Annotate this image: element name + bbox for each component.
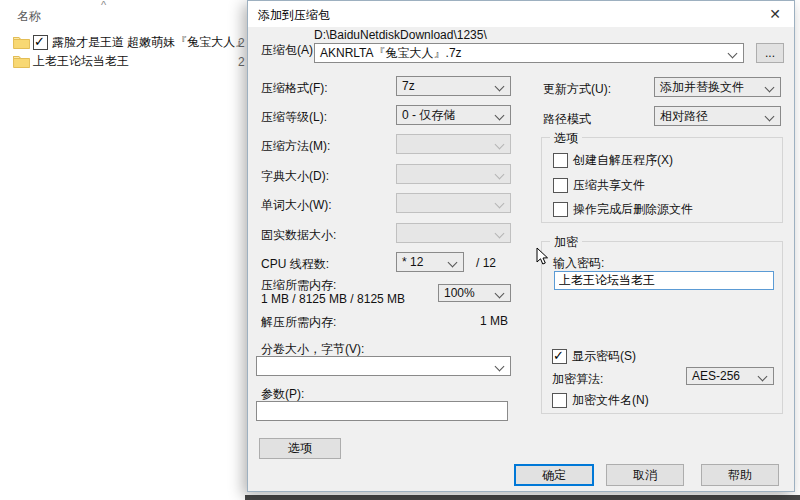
file-name[interactable]: 上老王论坛当老王 [33, 53, 129, 70]
checkbox-icon[interactable] [553, 178, 568, 193]
checkbox-show-password[interactable]: 显示密码(S) [552, 348, 636, 365]
cancel-button[interactable]: 取消 [606, 464, 684, 486]
dialog-titlebar[interactable]: 添加到压缩包 ✕ [248, 1, 794, 27]
add-to-archive-dialog: 添加到压缩包 ✕ 压缩包(A) D:\BaiduNetdiskDownload\… [247, 0, 795, 492]
path-mode-label: 路径模式 [543, 111, 591, 128]
checkbox-label: 创建自解压程序(X) [573, 152, 673, 169]
checkbox-icon[interactable] [552, 349, 567, 364]
date-fragment: 2 [238, 55, 245, 69]
level-value: 0 - 仅存储 [402, 107, 455, 124]
help-button[interactable]: 帮助 [701, 464, 779, 486]
memory-decompress-label: 解压所需内存: [261, 314, 336, 331]
checkbox-label: 加密文件名(N) [572, 392, 649, 409]
word-size-label: 单词大小(W): [261, 197, 332, 214]
file-row[interactable]: 上老王论坛当老王 [13, 52, 129, 70]
chevron-down-icon[interactable] [448, 258, 458, 268]
close-icon[interactable]: ✕ [764, 4, 786, 24]
solid-size-label: 固实数据大小: [261, 227, 336, 244]
solid-size-combobox-disabled [396, 223, 511, 243]
chevron-down-icon[interactable] [758, 372, 768, 382]
sort-ascending-icon[interactable]: ^ [101, 0, 106, 11]
options-group-title: 选项 [550, 130, 582, 147]
checkbox-label: 操作完成后删除源文件 [573, 201, 693, 218]
dialog-title: 添加到压缩包 [258, 7, 330, 24]
method-label: 压缩方法(M): [261, 138, 330, 155]
memory-percent-value: 100% [444, 286, 475, 300]
word-size-combobox-disabled [396, 193, 511, 213]
background-window-edge [245, 495, 800, 500]
checkbox-encrypt-filenames[interactable]: 加密文件名(N) [552, 392, 649, 409]
ok-button[interactable]: 确定 [514, 464, 594, 486]
checkbox-compress-shared[interactable]: 压缩共享文件 [553, 177, 645, 194]
screen: 名称 ^ 露脸才是王道 超嫩萌妹『兔宝大人』... 上老王论坛当老王 2 2 添… [0, 0, 800, 500]
chevron-down-icon[interactable] [495, 82, 505, 92]
checkbox-label: 显示密码(S) [572, 348, 636, 365]
format-label: 压缩格式(F): [261, 80, 328, 97]
folder-icon [13, 54, 30, 68]
file-name[interactable]: 露脸才是王道 超嫩萌妹『兔宝大人』... [52, 34, 257, 51]
chevron-down-icon [495, 140, 505, 150]
column-header-name[interactable]: 名称 [17, 8, 41, 25]
chevron-down-icon[interactable] [495, 111, 505, 121]
memory-compress-detail: 1 MB / 8125 MB / 8125 MB [261, 292, 405, 306]
archive-name-combobox[interactable]: AKNRLTA『兔宝大人』.7z [314, 43, 744, 63]
cpu-threads-value: * 12 [402, 255, 423, 269]
encryption-method-label: 加密算法: [552, 371, 603, 388]
mouse-cursor-icon [536, 247, 549, 266]
cpu-threads-combobox[interactable]: * 12 [396, 252, 464, 272]
memory-decompress-value: 1 MB [480, 314, 508, 328]
path-mode-combobox[interactable]: 相对路径 [654, 106, 781, 126]
password-label: 输入密码: [553, 255, 604, 272]
path-mode-value: 相对路径 [660, 108, 708, 125]
archive-label: 压缩包(A) [261, 42, 313, 59]
level-label: 压缩等级(L): [261, 109, 327, 126]
encryption-method-value: AES-256 [692, 369, 740, 383]
update-mode-combobox[interactable]: 添加并替换文件 [654, 77, 781, 97]
archive-directory: D:\BaiduNetdiskDownload\1235\ [314, 28, 487, 42]
folder-icon [13, 35, 30, 49]
file-row[interactable]: 露脸才是王道 超嫩萌妹『兔宝大人』... [13, 33, 257, 51]
checkbox-icon[interactable] [553, 153, 568, 168]
chevron-down-icon[interactable] [765, 112, 775, 122]
archive-name-value: AKNRLTA『兔宝大人』.7z [320, 45, 462, 62]
level-combobox[interactable]: 0 - 仅存储 [396, 105, 511, 125]
checkbox-icon[interactable] [553, 202, 568, 217]
cpu-threads-label: CPU 线程数: [261, 256, 329, 273]
update-mode-label: 更新方式(U): [543, 81, 611, 98]
chevron-down-icon [495, 199, 505, 209]
checkbox-delete-after[interactable]: 操作完成后删除源文件 [553, 201, 693, 218]
item-checkbox-checked[interactable] [33, 35, 48, 50]
chevron-down-icon [495, 229, 505, 239]
password-input[interactable] [554, 271, 774, 290]
checkbox-icon[interactable] [552, 393, 567, 408]
chevron-down-icon[interactable] [765, 83, 775, 93]
method-combobox-disabled [396, 134, 511, 154]
volume-size-combobox[interactable] [256, 356, 511, 376]
date-fragment: 2 [238, 36, 245, 50]
format-combobox[interactable]: 7z [396, 76, 511, 96]
chevron-down-icon[interactable] [728, 49, 738, 59]
encryption-method-combobox[interactable]: AES-256 [686, 367, 774, 385]
options-button[interactable]: 选项 [259, 438, 341, 459]
browse-button[interactable]: ... [756, 43, 784, 63]
parameters-input[interactable] [256, 401, 508, 421]
dictionary-label: 字典大小(D): [261, 168, 329, 185]
update-mode-value: 添加并替换文件 [660, 79, 744, 96]
chevron-down-icon[interactable] [495, 362, 505, 372]
encryption-group-title: 加密 [550, 234, 582, 251]
checkbox-label: 压缩共享文件 [573, 177, 645, 194]
dictionary-combobox-disabled [396, 164, 511, 184]
memory-percent-combobox[interactable]: 100% [438, 284, 511, 302]
chevron-down-icon[interactable] [495, 289, 505, 299]
chevron-down-icon [495, 170, 505, 180]
format-value: 7z [402, 79, 415, 93]
checkbox-create-sfx[interactable]: 创建自解压程序(X) [553, 152, 673, 169]
cpu-threads-max: / 12 [476, 256, 496, 270]
